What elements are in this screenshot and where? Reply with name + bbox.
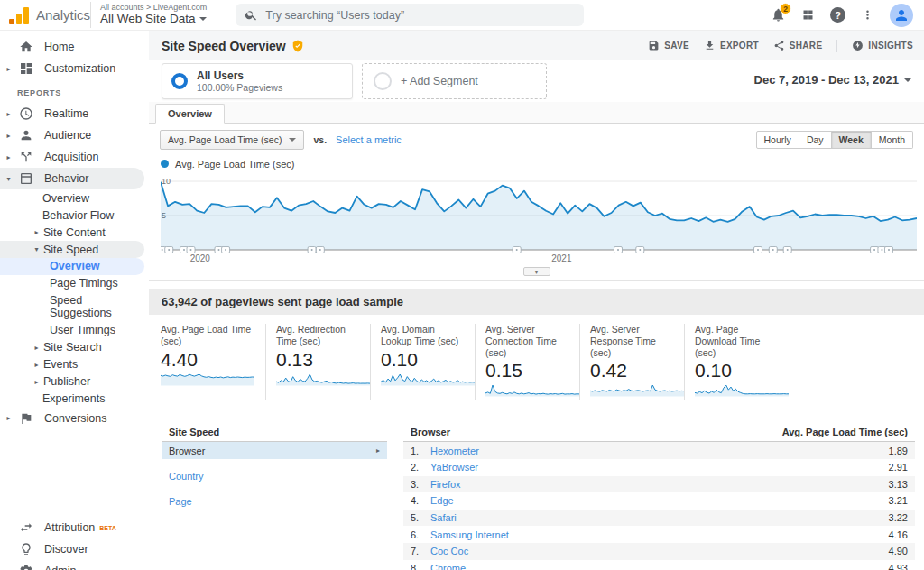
- column-header-load-time: Avg. Page Load Time (sec): [782, 427, 908, 437]
- chevron-right-icon[interactable]: ▸: [32, 228, 41, 236]
- sidebar-item-overview[interactable]: Overview: [0, 258, 144, 275]
- scorecard-value[interactable]: 0.15: [485, 360, 572, 382]
- dimension-label: Country: [169, 471, 204, 482]
- sidebar-item-acquisition[interactable]: ▸Acquisition: [0, 146, 149, 168]
- table-row: 1.Hexometer1.89: [403, 442, 915, 459]
- main-chart[interactable]: 10520202021: [149, 172, 924, 270]
- granularity-month[interactable]: Month: [872, 131, 913, 149]
- chevron-right-icon[interactable]: ▸: [32, 344, 41, 352]
- dimension-rows: Browser▸CountryPage: [162, 442, 387, 510]
- sidebar-item-site-speed[interactable]: ▾Site Speed: [0, 241, 144, 258]
- sidebar-item-conversions[interactable]: ▸Conversions: [0, 408, 149, 429]
- sidebar-item-label: Realtime: [44, 107, 88, 120]
- sidebar-item-overview[interactable]: Overview: [0, 189, 149, 207]
- browser-link[interactable]: Coc Coc: [430, 546, 468, 556]
- share-button[interactable]: SHARE: [773, 40, 823, 51]
- load-time-value: 3.13: [889, 479, 908, 490]
- notifications-button[interactable]: 2: [771, 7, 786, 23]
- scorecard-value[interactable]: 0.10: [381, 349, 467, 371]
- more-options-button[interactable]: [861, 8, 874, 22]
- sidebar-item-page-timings[interactable]: Page Timings: [0, 275, 149, 292]
- action-label: EXPORT: [720, 41, 759, 51]
- chevron-down-icon[interactable]: ▾: [5, 175, 13, 183]
- divider: [836, 40, 837, 52]
- scorecard-value[interactable]: 4.40: [161, 349, 258, 371]
- apps-grid-button[interactable]: [801, 8, 815, 22]
- search-input[interactable]: [265, 9, 575, 22]
- browser-link[interactable]: Safari: [430, 512, 457, 523]
- sidebar-item-label: Page Timings: [50, 275, 118, 291]
- scorecard-value[interactable]: 0.42: [590, 360, 677, 382]
- sidebar-item-discover[interactable]: Discover: [0, 538, 149, 560]
- load-time-value: 1.89: [889, 446, 908, 456]
- sidebar-item-label: Overview: [50, 258, 100, 274]
- account-switcher[interactable]: All accounts > LiveAgent.com All Web Sit…: [90, 2, 216, 28]
- sidebar-item-attribution[interactable]: AttributionBETA: [0, 517, 149, 538]
- browser-link[interactable]: Firefox: [430, 479, 461, 490]
- sidebar-item-audience[interactable]: ▸Audience: [0, 124, 149, 146]
- sidebar-item-label: Conversions: [44, 412, 106, 425]
- dimension-row-country[interactable]: Country: [162, 467, 387, 484]
- sidebar-item-publisher[interactable]: ▸Publisher: [0, 373, 149, 391]
- row-number: 5.: [411, 512, 430, 523]
- scorecard-value[interactable]: 0.10: [695, 360, 781, 382]
- tab-overview[interactable]: Overview: [155, 104, 225, 124]
- dimension-table-header: Site Speed: [162, 424, 387, 442]
- behavior-icon: [18, 171, 33, 186]
- sidebar-item-site-search[interactable]: ▸Site Search: [0, 339, 149, 356]
- search-bar[interactable]: [236, 4, 584, 26]
- browser-rows: 1.Hexometer1.892.YaBrowser2.913.Firefox3…: [403, 442, 915, 570]
- sidebar-item-experiments[interactable]: Experiments: [0, 391, 149, 408]
- insights-button[interactable]: INSIGHTS: [852, 40, 913, 51]
- browser-link[interactable]: Edge: [430, 495, 454, 506]
- date-range-selector[interactable]: Dec 7, 2019 - Dec 13, 2021: [754, 73, 911, 87]
- verified-shield-icon: [291, 40, 304, 52]
- help-button[interactable]: ?: [830, 7, 845, 23]
- scorecard-value[interactable]: 0.13: [276, 349, 363, 371]
- sidebar-item-speed-suggestions[interactable]: Speed Suggestions: [0, 292, 149, 322]
- save-button[interactable]: SAVE: [648, 40, 689, 51]
- select-metric-link[interactable]: Select a metric: [336, 134, 402, 145]
- granularity-hourly[interactable]: Hourly: [756, 131, 799, 149]
- segments-row: All Users 100.00% Pageviews + Add Segmen…: [149, 60, 924, 102]
- chevron-down-icon: [289, 138, 296, 142]
- browser-link[interactable]: Samsung Internet: [430, 529, 509, 540]
- dimension-row-browser[interactable]: Browser▸: [162, 442, 387, 459]
- sample-note: 63,942 of pageviews sent page load sampl…: [149, 289, 924, 315]
- chevron-down-icon[interactable]: ▾: [32, 245, 41, 253]
- chevron-right-icon[interactable]: ▸: [32, 361, 41, 369]
- sidebar-item-realtime[interactable]: ▸Realtime: [0, 103, 149, 124]
- sidebar-item-label: Site Search: [43, 341, 102, 354]
- row-number: 4.: [411, 495, 430, 506]
- browser-link[interactable]: Hexometer: [430, 446, 479, 456]
- browser-link[interactable]: Chrome: [430, 563, 466, 570]
- granularity-group: HourlyDayWeekMonth: [756, 131, 913, 149]
- chevron-right-icon[interactable]: ▸: [32, 378, 41, 386]
- browser-link[interactable]: YaBrowser: [430, 462, 478, 473]
- chevron-right-icon[interactable]: ▸: [5, 132, 13, 140]
- sidebar-item-site-content[interactable]: ▸Site Content: [0, 224, 149, 241]
- sidebar-item-user-timings[interactable]: User Timings: [0, 322, 149, 339]
- sidebar-item-customization[interactable]: ▸Customization: [0, 58, 149, 79]
- metric-selector-dropdown[interactable]: Avg. Page Load Time (sec): [160, 130, 304, 150]
- dimension-row-page[interactable]: Page: [162, 492, 387, 510]
- chevron-right-icon[interactable]: ▸: [5, 65, 13, 73]
- sidebar-item-admin[interactable]: Admin: [0, 560, 149, 570]
- chevron-right-icon[interactable]: ▸: [5, 153, 13, 161]
- row-number: 3.: [411, 479, 430, 490]
- granularity-day[interactable]: Day: [799, 131, 832, 149]
- chevron-right-icon[interactable]: ▸: [5, 414, 13, 422]
- segment-all-users[interactable]: All Users 100.00% Pageviews: [162, 63, 353, 99]
- sidebar-item-behavior[interactable]: ▾Behavior: [0, 168, 144, 189]
- analytics-logo[interactable]: Analytics: [0, 6, 90, 24]
- add-segment-button[interactable]: + Add Segment: [362, 63, 547, 99]
- export-button[interactable]: EXPORT: [704, 40, 759, 51]
- sidebar-item-home[interactable]: Home: [0, 36, 149, 58]
- sidebar-item-behavior-flow[interactable]: Behavior Flow: [0, 207, 149, 224]
- sidebar-item-events[interactable]: ▸Events: [0, 356, 149, 373]
- action-label: SHARE: [790, 41, 823, 51]
- avatar[interactable]: [890, 4, 913, 27]
- sidebar-footer: AttributionBETADiscoverAdmin: [0, 517, 149, 570]
- granularity-week[interactable]: Week: [832, 131, 872, 149]
- chevron-right-icon[interactable]: ▸: [5, 110, 13, 118]
